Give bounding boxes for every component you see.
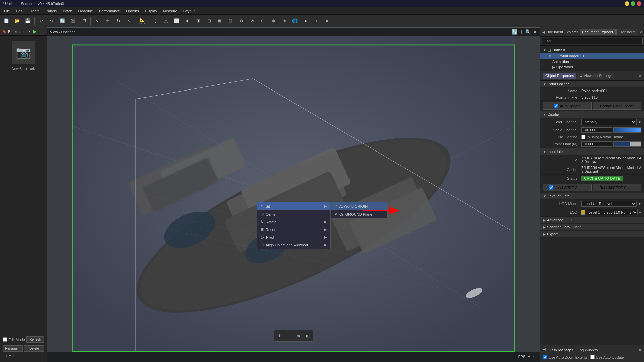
menu-panels[interactable]: Panels	[43, 8, 60, 14]
section-input-file[interactable]: ▼ Input File	[540, 148, 644, 155]
point-limit-input[interactable]	[581, 141, 612, 147]
lod-dropdown[interactable]: Level 1 - 3,265,110 Points	[586, 209, 638, 215]
operators-expand[interactable]: ▶	[552, 65, 555, 69]
section-lod[interactable]: ▼ Level of Detail	[540, 193, 644, 200]
vp-grid-tool[interactable]: ⊞	[303, 331, 312, 340]
menu-performance[interactable]: Performance	[96, 8, 123, 14]
rebuild-sprt-cache-button[interactable]: Rebuild SPRT Cache	[593, 184, 642, 191]
tool-j[interactable]: ⊘	[247, 16, 257, 26]
select-tool[interactable]: ↖	[92, 16, 102, 26]
viewport-center-icon[interactable]: ✛	[519, 29, 523, 35]
tab-doc-explorer[interactable]: Document Explorer	[580, 29, 616, 35]
section-export[interactable]: ▶ Export	[540, 231, 644, 238]
tool-l[interactable]: ⊛	[268, 16, 278, 26]
tool-k[interactable]: ⊙	[258, 16, 268, 26]
ctx-sit[interactable]: ⊕ Sit ▶	[257, 202, 330, 210]
vp-center-tool[interactable]: ⊕	[294, 331, 303, 340]
update-point-loader-button[interactable]: Update Point Loader	[593, 102, 642, 110]
ctx-align[interactable]: ⊡ Align Object and Viewport ▶	[257, 241, 330, 249]
ctx-reset[interactable]: ⊟ Reset ▶	[257, 226, 330, 233]
tree-animation[interactable]: Animation	[540, 59, 644, 64]
scale-tool[interactable]: ⤡	[124, 16, 134, 26]
section-advanced-lod[interactable]: ▶ Advanced LOD	[540, 217, 644, 224]
section-scanner-data[interactable]: ▶ Scanner Data [None]	[540, 224, 644, 231]
refresh-button[interactable]: 🔄	[57, 16, 67, 26]
menu-file[interactable]: File	[1, 8, 13, 14]
lod-mode-dropdown[interactable]: Load Up To Level Single Level	[581, 201, 637, 207]
tool-e[interactable]: ⊞	[193, 16, 203, 26]
menu-create[interactable]: Create	[26, 8, 42, 14]
bookmarks-close[interactable]: ✕	[28, 29, 31, 33]
tab-task-manager[interactable]: Task Manager	[548, 347, 575, 353]
auto-zoom-checkbox[interactable]	[543, 355, 547, 359]
menu-display[interactable]: Display	[142, 8, 160, 14]
tool-n[interactable]: 🌐	[290, 16, 300, 26]
tab-log-window[interactable]: Log Window	[576, 347, 600, 353]
load-sprt-checkbox[interactable]	[549, 185, 553, 190]
viewport[interactable]: View - Untitled* 🔄 ✛ 🔍 ✕	[47, 27, 540, 362]
new-scene-button[interactable]: 📄	[1, 16, 11, 26]
tool-d[interactable]: ⊕	[182, 16, 193, 26]
doc-explorer-close[interactable]: ✕	[639, 30, 642, 34]
tree-pointloader-expand[interactable]: ▼	[548, 54, 552, 58]
render-button[interactable]: 🎬	[68, 16, 78, 26]
auto-update-button[interactable]: Auto Update	[543, 102, 592, 110]
clip-button[interactable]: 📐 CLIP	[137, 16, 147, 26]
tool-i[interactable]: ⊗	[236, 16, 246, 26]
ctx-rotate[interactable]: ↻ Rotate ▶	[257, 218, 330, 226]
sequence-button[interactable]: ⏱	[79, 16, 89, 26]
menu-layout[interactable]: Layout	[181, 8, 197, 14]
close-button[interactable]	[637, 1, 641, 6]
ctx-pivot[interactable]: ◎ Pivot ▶	[257, 233, 330, 241]
tool-p[interactable]: +	[311, 16, 321, 26]
tool-b[interactable]: △	[161, 16, 171, 26]
tree-operators[interactable]: ▶ Operators	[540, 64, 644, 70]
rotate-tool[interactable]: ↻	[113, 16, 123, 26]
doc-explorer-collapse-icon[interactable]: ◀	[542, 30, 545, 34]
viewport-zoom-icon[interactable]: 🔍	[525, 29, 531, 35]
menu-edit[interactable]: Edit	[13, 8, 25, 14]
vp-move-tool[interactable]: ✛	[275, 331, 284, 340]
maximize-button[interactable]	[631, 1, 635, 6]
tool-q[interactable]: ×	[322, 16, 332, 26]
tab-transform[interactable]: Transform	[616, 29, 638, 35]
color-channel-dropdown[interactable]: Intensity RGB Classification	[581, 119, 637, 125]
refresh-button-left[interactable]: Refresh	[26, 336, 44, 343]
auto-update-checkbox[interactable]	[554, 104, 558, 108]
tree-untitled[interactable]: ▼ ◻ Untitled	[540, 47, 644, 53]
delete-button[interactable]: Delete	[24, 345, 44, 352]
task-manager-close[interactable]: ✕	[639, 348, 641, 352]
tree-pointloader[interactable]: ▼ ⋯ PointLoader001	[540, 53, 644, 59]
obj-props-close[interactable]: ✕	[639, 74, 641, 78]
task-auto-update-checkbox[interactable]	[590, 355, 595, 359]
tool-c[interactable]: ⬜	[172, 16, 182, 26]
tree-untitled-expand[interactable]: ▼	[543, 48, 546, 52]
use-lighting-checkbox[interactable]	[581, 135, 585, 139]
menu-measure[interactable]: Measure	[160, 8, 180, 14]
task-collapse-icon[interactable]: ◀	[543, 347, 546, 353]
viewport-close-icon[interactable]: ✕	[533, 29, 537, 35]
redo-button[interactable]: ↪	[47, 16, 57, 26]
tool-h[interactable]: ⊡	[225, 16, 235, 26]
tool-m[interactable]: ⊚	[279, 16, 289, 26]
open-button[interactable]: 📂	[12, 16, 22, 26]
edit-mode-checkbox[interactable]	[3, 337, 7, 342]
menu-deadline[interactable]: Deadline	[76, 8, 96, 14]
tab-viewport-settings[interactable]: ⚙ Viewport Settings	[577, 73, 614, 79]
filter-input[interactable]	[542, 38, 643, 44]
vp-pivot-tool[interactable]: —	[284, 331, 293, 340]
undo-button[interactable]: ↩	[36, 16, 46, 26]
section-point-loader[interactable]: ▼ Point Loader	[540, 81, 644, 88]
save-button[interactable]: 💾	[23, 16, 33, 26]
menu-options[interactable]: Options	[123, 8, 142, 14]
tool-o[interactable]: ●	[301, 16, 311, 26]
section-display[interactable]: ▼ Display	[540, 111, 644, 118]
menu-batch[interactable]: Batch	[60, 8, 75, 14]
tool-f[interactable]: ⊟	[204, 16, 214, 26]
viewport-refresh-icon[interactable]: 🔄	[512, 29, 517, 35]
tool-a[interactable]: ⬡	[150, 16, 160, 26]
ctx-center[interactable]: ⊞ Center	[257, 210, 330, 218]
tab-obj-props[interactable]: Object Properties	[543, 73, 576, 79]
play-icon[interactable]: ▶	[33, 29, 37, 34]
scale-channel-input[interactable]	[581, 127, 612, 133]
